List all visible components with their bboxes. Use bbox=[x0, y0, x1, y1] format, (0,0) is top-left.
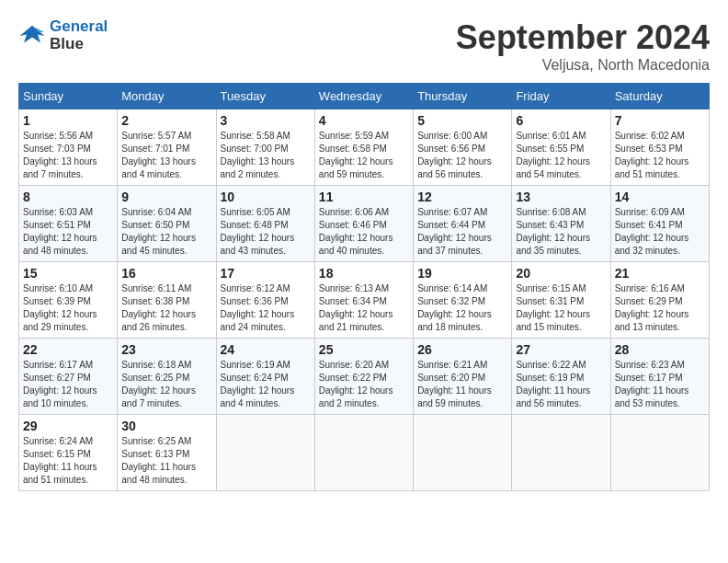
day-info: Sunrise: 6:21 AMSunset: 6:20 PMDaylight:… bbox=[417, 359, 507, 410]
calendar-cell: 22Sunrise: 6:17 AMSunset: 6:27 PMDayligh… bbox=[19, 339, 118, 415]
day-number: 7 bbox=[615, 113, 705, 128]
calendar-cell bbox=[314, 415, 413, 491]
day-info: Sunrise: 6:03 AMSunset: 6:51 PMDaylight:… bbox=[23, 206, 113, 258]
month-title: September 2024 bbox=[456, 18, 710, 57]
day-number: 15 bbox=[23, 266, 113, 281]
col-header-friday: Friday bbox=[512, 84, 610, 109]
calendar-cell bbox=[610, 415, 709, 491]
day-number: 4 bbox=[319, 113, 409, 128]
calendar-cell: 6Sunrise: 6:01 AMSunset: 6:55 PMDaylight… bbox=[512, 109, 610, 186]
day-number: 22 bbox=[23, 342, 113, 357]
calendar-cell: 23Sunrise: 6:18 AMSunset: 6:25 PMDayligh… bbox=[118, 339, 216, 415]
day-number: 13 bbox=[516, 190, 606, 204]
page-header: General Blue September 2024 Veljusa, Nor… bbox=[18, 18, 710, 74]
calendar-cell: 8Sunrise: 6:03 AMSunset: 6:51 PMDaylight… bbox=[19, 186, 118, 262]
day-number: 26 bbox=[417, 342, 507, 357]
day-info: Sunrise: 6:09 AMSunset: 6:41 PMDaylight:… bbox=[615, 206, 705, 258]
day-number: 6 bbox=[516, 113, 606, 128]
day-number: 30 bbox=[121, 419, 211, 433]
calendar-cell: 29Sunrise: 6:24 AMSunset: 6:15 PMDayligh… bbox=[19, 415, 118, 491]
calendar-cell: 7Sunrise: 6:02 AMSunset: 6:53 PMDaylight… bbox=[610, 109, 709, 186]
day-number: 27 bbox=[516, 342, 606, 357]
day-info: Sunrise: 6:08 AMSunset: 6:43 PMDaylight:… bbox=[516, 206, 606, 258]
calendar-cell: 3Sunrise: 5:58 AMSunset: 7:00 PMDaylight… bbox=[216, 109, 314, 186]
day-info: Sunrise: 6:07 AMSunset: 6:44 PMDaylight:… bbox=[417, 206, 507, 258]
day-number: 12 bbox=[417, 190, 507, 204]
calendar-cell bbox=[414, 415, 512, 491]
calendar-cell: 4Sunrise: 5:59 AMSunset: 6:58 PMDaylight… bbox=[314, 109, 413, 186]
title-area: September 2024 Veljusa, North Macedonia bbox=[456, 18, 710, 74]
calendar-cell: 9Sunrise: 6:04 AMSunset: 6:50 PMDaylight… bbox=[118, 186, 216, 262]
calendar-cell: 10Sunrise: 6:05 AMSunset: 6:48 PMDayligh… bbox=[216, 186, 314, 262]
logo-bird-icon bbox=[18, 22, 46, 50]
day-number: 10 bbox=[221, 190, 311, 204]
day-info: Sunrise: 5:56 AMSunset: 7:03 PMDaylight:… bbox=[23, 130, 113, 181]
day-number: 20 bbox=[516, 266, 606, 281]
calendar-cell bbox=[216, 415, 314, 491]
day-number: 16 bbox=[121, 266, 211, 281]
col-header-saturday: Saturday bbox=[610, 84, 709, 109]
day-info: Sunrise: 6:25 AMSunset: 6:13 PMDaylight:… bbox=[121, 435, 211, 487]
day-info: Sunrise: 6:24 AMSunset: 6:15 PMDaylight:… bbox=[23, 435, 113, 487]
day-info: Sunrise: 6:00 AMSunset: 6:56 PMDaylight:… bbox=[417, 130, 507, 181]
calendar-cell: 12Sunrise: 6:07 AMSunset: 6:44 PMDayligh… bbox=[414, 186, 512, 262]
day-info: Sunrise: 5:58 AMSunset: 7:00 PMDaylight:… bbox=[221, 130, 311, 181]
col-header-monday: Monday bbox=[118, 84, 216, 109]
day-info: Sunrise: 6:05 AMSunset: 6:48 PMDaylight:… bbox=[221, 206, 311, 258]
day-number: 5 bbox=[417, 113, 507, 128]
day-info: Sunrise: 6:01 AMSunset: 6:55 PMDaylight:… bbox=[516, 130, 606, 181]
day-info: Sunrise: 6:11 AMSunset: 6:38 PMDaylight:… bbox=[121, 282, 211, 334]
calendar-cell: 28Sunrise: 6:23 AMSunset: 6:17 PMDayligh… bbox=[610, 339, 709, 415]
day-number: 11 bbox=[319, 190, 409, 204]
calendar-cell: 2Sunrise: 5:57 AMSunset: 7:01 PMDaylight… bbox=[118, 109, 216, 186]
day-number: 28 bbox=[615, 342, 705, 357]
calendar-cell: 14Sunrise: 6:09 AMSunset: 6:41 PMDayligh… bbox=[610, 186, 709, 262]
calendar-cell: 15Sunrise: 6:10 AMSunset: 6:39 PMDayligh… bbox=[19, 262, 118, 339]
location-subtitle: Veljusa, North Macedonia bbox=[456, 57, 710, 74]
day-info: Sunrise: 6:13 AMSunset: 6:34 PMDaylight:… bbox=[319, 282, 409, 334]
calendar-cell: 5Sunrise: 6:00 AMSunset: 6:56 PMDaylight… bbox=[414, 109, 512, 186]
day-number: 25 bbox=[319, 342, 409, 357]
day-number: 17 bbox=[221, 266, 311, 281]
day-info: Sunrise: 6:02 AMSunset: 6:53 PMDaylight:… bbox=[615, 130, 705, 181]
svg-marker-0 bbox=[20, 25, 45, 42]
logo-text: General Blue bbox=[50, 18, 108, 52]
calendar-table: SundayMondayTuesdayWednesdayThursdayFrid… bbox=[18, 83, 710, 491]
logo: General Blue bbox=[18, 18, 108, 52]
day-info: Sunrise: 6:12 AMSunset: 6:36 PMDaylight:… bbox=[221, 282, 311, 334]
day-info: Sunrise: 6:22 AMSunset: 6:19 PMDaylight:… bbox=[516, 359, 606, 410]
day-number: 19 bbox=[417, 266, 507, 281]
day-info: Sunrise: 6:19 AMSunset: 6:24 PMDaylight:… bbox=[221, 359, 311, 410]
day-info: Sunrise: 6:10 AMSunset: 6:39 PMDaylight:… bbox=[23, 282, 113, 334]
calendar-cell: 16Sunrise: 6:11 AMSunset: 6:38 PMDayligh… bbox=[118, 262, 216, 339]
calendar-cell: 24Sunrise: 6:19 AMSunset: 6:24 PMDayligh… bbox=[216, 339, 314, 415]
calendar-cell: 25Sunrise: 6:20 AMSunset: 6:22 PMDayligh… bbox=[314, 339, 413, 415]
calendar-cell: 27Sunrise: 6:22 AMSunset: 6:19 PMDayligh… bbox=[512, 339, 610, 415]
day-info: Sunrise: 6:04 AMSunset: 6:50 PMDaylight:… bbox=[121, 206, 211, 258]
day-info: Sunrise: 5:57 AMSunset: 7:01 PMDaylight:… bbox=[121, 130, 211, 181]
day-number: 18 bbox=[319, 266, 409, 281]
day-info: Sunrise: 6:15 AMSunset: 6:31 PMDaylight:… bbox=[516, 282, 606, 334]
day-info: Sunrise: 6:16 AMSunset: 6:29 PMDaylight:… bbox=[615, 282, 705, 334]
day-info: Sunrise: 6:06 AMSunset: 6:46 PMDaylight:… bbox=[319, 206, 409, 258]
day-info: Sunrise: 6:14 AMSunset: 6:32 PMDaylight:… bbox=[417, 282, 507, 334]
day-number: 8 bbox=[23, 190, 113, 204]
day-info: Sunrise: 6:17 AMSunset: 6:27 PMDaylight:… bbox=[23, 359, 113, 410]
day-number: 24 bbox=[221, 342, 311, 357]
col-header-sunday: Sunday bbox=[19, 84, 118, 109]
calendar-cell: 30Sunrise: 6:25 AMSunset: 6:13 PMDayligh… bbox=[118, 415, 216, 491]
col-header-wednesday: Wednesday bbox=[314, 84, 413, 109]
day-number: 23 bbox=[121, 342, 211, 357]
calendar-cell: 21Sunrise: 6:16 AMSunset: 6:29 PMDayligh… bbox=[610, 262, 709, 339]
day-number: 29 bbox=[23, 419, 113, 433]
calendar-cell bbox=[512, 415, 610, 491]
day-number: 1 bbox=[23, 113, 113, 128]
calendar-cell: 11Sunrise: 6:06 AMSunset: 6:46 PMDayligh… bbox=[314, 186, 413, 262]
day-number: 9 bbox=[121, 190, 211, 204]
calendar-cell: 20Sunrise: 6:15 AMSunset: 6:31 PMDayligh… bbox=[512, 262, 610, 339]
calendar-cell: 26Sunrise: 6:21 AMSunset: 6:20 PMDayligh… bbox=[414, 339, 512, 415]
calendar-cell: 1Sunrise: 5:56 AMSunset: 7:03 PMDaylight… bbox=[19, 109, 118, 186]
day-number: 2 bbox=[121, 113, 211, 128]
calendar-cell: 13Sunrise: 6:08 AMSunset: 6:43 PMDayligh… bbox=[512, 186, 610, 262]
day-info: Sunrise: 5:59 AMSunset: 6:58 PMDaylight:… bbox=[319, 130, 409, 181]
